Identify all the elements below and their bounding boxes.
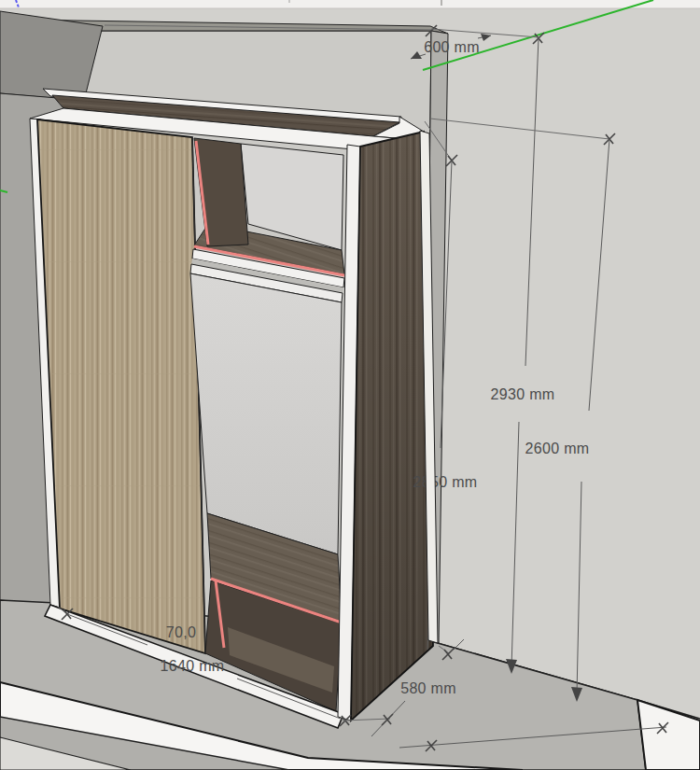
dim-label-cabinet-depth: 580 mm <box>400 680 456 696</box>
model-viewport[interactable]: 2850 mm 600 mm 2930 mm <box>0 0 700 770</box>
hanging-back-panel[interactable] <box>190 273 342 554</box>
dim-label-wall-height: 2930 mm <box>491 386 555 402</box>
sliding-door-oak[interactable] <box>37 119 205 653</box>
scene-canvas[interactable]: 2850 mm 600 mm 2930 mm <box>0 0 700 770</box>
dim-label-niche-depth: 600 mm <box>424 39 480 55</box>
dim-label-opening-height: 2850 mm <box>413 474 478 490</box>
wardrobe[interactable]: 2850 mm <box>30 89 477 728</box>
dim-label-cabinet-height: 2600 mm <box>525 441 590 456</box>
dim-label-door-gap[interactable]: 70,0 <box>166 624 196 640</box>
left-wall-upper[interactable] <box>0 11 103 101</box>
dim-label-cabinet-width: 1640 mm <box>161 658 225 674</box>
right-side-panel-shade <box>351 132 433 721</box>
